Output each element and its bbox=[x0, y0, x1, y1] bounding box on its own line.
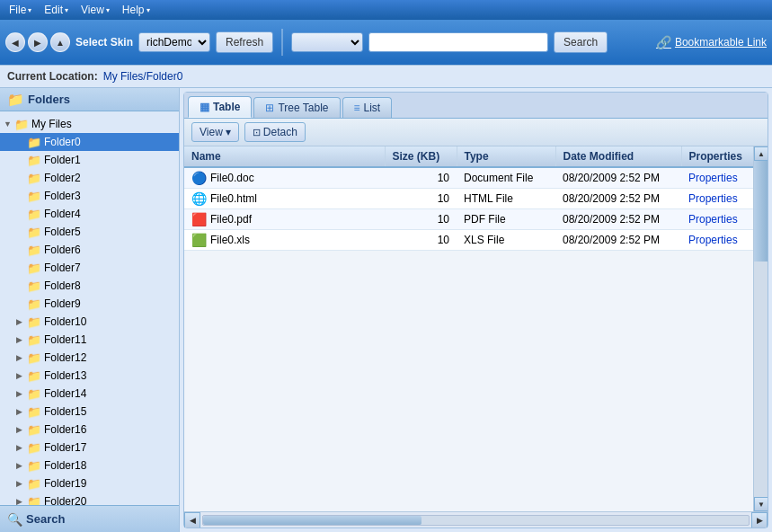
tree-node-folder8[interactable]: 📁 Folder8 bbox=[0, 277, 179, 295]
menu-file[interactable]: File ▾ bbox=[4, 2, 37, 18]
tree-node-folder9[interactable]: 📁 Folder9 bbox=[0, 295, 179, 313]
menubar: File ▾ Edit ▾ View ▾ Help ▾ bbox=[0, 0, 772, 20]
file-panel: ▦ Table ⊞ Tree Table ≡ List View ▾ ⊡ Det… bbox=[183, 92, 768, 528]
properties-link[interactable]: Properties bbox=[688, 192, 738, 205]
properties-link[interactable]: Properties bbox=[688, 213, 738, 226]
tree-node-folder5[interactable]: 📁 Folder5 bbox=[0, 223, 179, 241]
tree-node-folder1[interactable]: 📁 Folder1 bbox=[0, 151, 179, 169]
location-label: Current Location: bbox=[7, 70, 98, 83]
scroll-thumb[interactable] bbox=[754, 161, 768, 262]
tree-node-folder14[interactable]: ▶ 📁 Folder14 bbox=[0, 385, 179, 403]
tree-node-folder18[interactable]: ▶ 📁 Folder18 bbox=[0, 457, 179, 474]
folder-icon: 📁 bbox=[27, 423, 41, 437]
tree-node-folder0[interactable]: 📁 Folder0 bbox=[0, 133, 179, 151]
expand-icon[interactable]: ▶ bbox=[16, 317, 27, 326]
folder-icon: 📁 bbox=[14, 118, 29, 131]
table-row[interactable]: 🌐 File0.html 10 HTML File 08/20/2009 2:5… bbox=[184, 189, 753, 209]
pdf-icon: 🟥 bbox=[191, 212, 207, 226]
expand-icon[interactable]: ▶ bbox=[16, 335, 27, 344]
tree-node-folder10[interactable]: ▶ 📁 Folder10 bbox=[0, 313, 179, 331]
expand-icon[interactable]: ▼ bbox=[4, 120, 14, 129]
table-row[interactable]: 🟩 File0.xls 10 XLS File 08/20/2009 2:52 … bbox=[184, 230, 753, 251]
menu-help[interactable]: Help ▾ bbox=[117, 2, 155, 18]
file-properties-cell[interactable]: Properties bbox=[681, 189, 753, 209]
table-icon: ▦ bbox=[200, 101, 209, 113]
detach-button[interactable]: ⊡ Detach bbox=[244, 122, 306, 142]
folder-icon: 📁 bbox=[27, 369, 41, 383]
tree-node-folder2[interactable]: 📁 Folder2 bbox=[0, 169, 179, 187]
scroll-right-button[interactable]: ▶ bbox=[751, 512, 768, 528]
col-name[interactable]: Name bbox=[184, 146, 385, 167]
file-properties-cell[interactable]: Properties bbox=[681, 209, 753, 230]
tree-node-folder16[interactable]: ▶ 📁 Folder16 bbox=[0, 421, 179, 439]
tree-node-folder4[interactable]: 📁 Folder4 bbox=[0, 205, 179, 223]
detach-icon: ⊡ bbox=[253, 127, 261, 138]
expand-icon[interactable]: ▶ bbox=[16, 497, 27, 505]
tab-tree-table[interactable]: ⊞ Tree Table bbox=[253, 97, 340, 118]
tree-node-my-files[interactable]: ▼ 📁 My Files bbox=[0, 115, 179, 133]
table-row[interactable]: 🟥 File0.pdf 10 PDF File 08/20/2009 2:52 … bbox=[184, 209, 753, 230]
properties-link[interactable]: Properties bbox=[688, 172, 738, 184]
folder-icon: 📁 bbox=[27, 297, 41, 311]
table-header-row: Name Size (KB) Type Date Modified bbox=[184, 146, 753, 167]
sidebar-search[interactable]: 🔍 Search bbox=[0, 505, 179, 532]
table-row[interactable]: 🔵 File0.doc 10 Document File 08/20/2009 … bbox=[184, 167, 753, 189]
back-button[interactable]: ◀ bbox=[5, 32, 25, 52]
vertical-scrollbar[interactable]: ▲ ▼ bbox=[753, 146, 768, 511]
h-scroll-thumb[interactable] bbox=[203, 516, 421, 525]
expand-icon[interactable]: ▶ bbox=[16, 389, 27, 398]
scroll-left-button[interactable]: ◀ bbox=[184, 512, 200, 528]
tab-list[interactable]: ≡ List bbox=[342, 97, 393, 118]
tree-node-folder12[interactable]: ▶ 📁 Folder12 bbox=[0, 349, 179, 367]
col-type[interactable]: Type bbox=[457, 146, 555, 167]
col-properties[interactable]: Properties bbox=[681, 146, 753, 167]
folder-icon: 📁 bbox=[27, 477, 41, 491]
tree-node-folder15[interactable]: ▶ 📁 Folder15 bbox=[0, 403, 179, 421]
scroll-track[interactable] bbox=[754, 161, 768, 497]
h-scroll-track[interactable] bbox=[202, 515, 750, 526]
menu-view[interactable]: View ▾ bbox=[75, 2, 115, 18]
toolbar-separator bbox=[281, 29, 283, 56]
tree-node-folder17[interactable]: ▶ 📁 Folder17 bbox=[0, 439, 179, 457]
file-size-cell: 10 bbox=[385, 189, 457, 209]
file-date-cell: 08/20/2009 2:52 PM bbox=[555, 209, 681, 230]
properties-link[interactable]: Properties bbox=[688, 234, 738, 246]
col-date[interactable]: Date Modified bbox=[555, 146, 681, 167]
tree-node-folder6[interactable]: 📁 Folder6 bbox=[0, 241, 179, 259]
file-size-cell: 10 bbox=[385, 167, 457, 189]
tree-node-folder3[interactable]: 📁 Folder3 bbox=[0, 187, 179, 205]
expand-icon[interactable]: ▶ bbox=[16, 425, 27, 434]
tab-table[interactable]: ▦ Table bbox=[188, 96, 252, 118]
view-button[interactable]: View ▾ bbox=[191, 122, 239, 142]
tree-node-folder11[interactable]: ▶ 📁 Folder11 bbox=[0, 331, 179, 349]
refresh-button[interactable]: Refresh bbox=[216, 31, 273, 53]
forward-button[interactable]: ▶ bbox=[28, 32, 48, 52]
expand-icon[interactable]: ▶ bbox=[16, 371, 27, 380]
file-properties-cell[interactable]: Properties bbox=[681, 167, 753, 189]
expand-icon[interactable]: ▶ bbox=[16, 407, 27, 416]
skin-select[interactable]: richDemo classic modern bbox=[138, 32, 210, 52]
scroll-down-button[interactable]: ▼ bbox=[754, 497, 768, 511]
col-size[interactable]: Size (KB) bbox=[385, 146, 457, 167]
tree-node-folder13[interactable]: ▶ 📁 Folder13 bbox=[0, 367, 179, 385]
tree-node-folder7[interactable]: 📁 Folder7 bbox=[0, 259, 179, 277]
bookmark-link[interactable]: 🔗 Bookmarkable Link bbox=[656, 35, 767, 49]
file-properties-cell[interactable]: Properties bbox=[681, 230, 753, 251]
tree-node-folder19[interactable]: ▶ 📁 Folder19 bbox=[0, 474, 179, 492]
search-category-select[interactable] bbox=[291, 32, 363, 52]
scroll-up-button[interactable]: ▲ bbox=[754, 146, 768, 161]
sidebar: 📁 Folders ▼ 📁 My Files 📁 Folder0 📁 bbox=[0, 88, 180, 532]
expand-icon[interactable]: ▶ bbox=[16, 353, 27, 362]
expand-icon[interactable]: ▶ bbox=[16, 479, 27, 488]
expand-icon[interactable]: ▶ bbox=[16, 443, 27, 452]
file-name: File0.xls bbox=[210, 234, 250, 246]
up-button[interactable]: ▲ bbox=[50, 32, 70, 52]
tree-node-folder20[interactable]: ▶ 📁 Folder20 bbox=[0, 492, 179, 505]
sidebar-folders-header: 📁 Folders bbox=[0, 88, 179, 111]
expand-icon[interactable]: ▶ bbox=[16, 461, 27, 470]
search-input[interactable] bbox=[368, 32, 548, 52]
search-button[interactable]: Search bbox=[554, 31, 608, 53]
horizontal-scrollbar: ◀ ▶ bbox=[184, 511, 768, 528]
menu-edit[interactable]: Edit ▾ bbox=[39, 2, 74, 18]
file-type-cell: XLS File bbox=[457, 230, 555, 251]
